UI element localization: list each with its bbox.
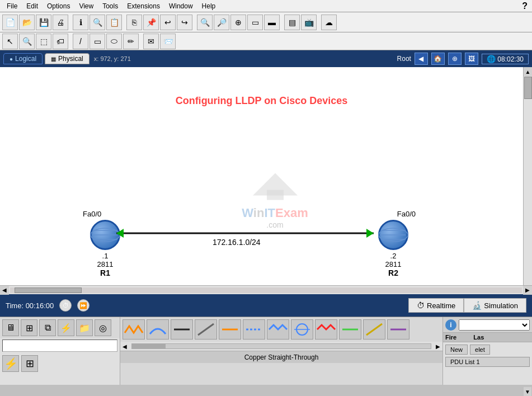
scroll-up-btn[interactable]: ▲ [524, 67, 532, 76]
cable-straight-purple[interactable] [387, 319, 409, 340]
cable-arc-blue[interactable] [147, 319, 169, 340]
pdu-list-btn[interactable]: PDU List 1 [445, 357, 530, 367]
email-btn[interactable]: ✉ [143, 34, 159, 49]
cable-dashed-blue[interactable] [243, 319, 265, 340]
svg-line-22 [366, 324, 382, 335]
rect-btn[interactable]: ▭ [247, 15, 263, 30]
pdu-new-btn[interactable]: New [445, 345, 468, 355]
home-btn[interactable]: 🏠 [431, 53, 445, 65]
r1-model: 2811 [97, 260, 114, 268]
paste-btn[interactable]: 📌 [143, 15, 159, 30]
cable-straight-green[interactable] [339, 319, 361, 340]
watermark-icon [242, 171, 309, 204]
undo-btn[interactable]: ↩ [160, 15, 176, 30]
device-circle-btn[interactable]: ◎ [95, 319, 111, 336]
cable-scroll-right[interactable]: ▶ [434, 342, 442, 351]
device-name-bar [2, 340, 117, 352]
pdu-select[interactable] [459, 319, 530, 331]
open-btn[interactable]: 📂 [19, 15, 35, 30]
tag-btn[interactable]: 🏷 [53, 34, 68, 49]
camera-btn[interactable]: 🖼 [465, 53, 478, 65]
cloud-btn[interactable]: ☁ [321, 15, 337, 30]
tv-btn[interactable]: 📺 [301, 15, 317, 30]
draw-line-btn[interactable]: / [73, 34, 88, 49]
device-folder-btn[interactable]: 📁 [76, 319, 93, 336]
scroll-down-btn[interactable]: ▼ [524, 387, 531, 396]
lightning-device-btn[interactable]: ⚡ [2, 355, 19, 372]
cable-circle-blue[interactable] [291, 319, 313, 340]
envelope-btn[interactable]: 📨 [160, 34, 176, 49]
cable-scrollbar[interactable]: ◀ ▶ [120, 342, 442, 351]
menu-file[interactable]: File [2, 1, 22, 11]
scroll-left-btn[interactable]: ◀ [0, 286, 9, 295]
workspace-coords: x: 972, y: 271 [94, 55, 131, 62]
r2-model: 2811 [385, 260, 402, 268]
print-btn[interactable]: 🖨 [53, 15, 68, 30]
draw-ellipse-btn[interactable]: ⬭ [106, 34, 122, 49]
menu-options[interactable]: Options [43, 1, 74, 11]
realtime-btn[interactable]: ⏱ Realtime [408, 298, 464, 313]
save-btn[interactable]: 💾 [36, 15, 51, 30]
zoom-reset-btn[interactable]: ⊕ [230, 15, 246, 30]
device-switch-btn[interactable]: ⊞ [21, 319, 37, 336]
pdu-info-btn[interactable]: i [445, 319, 456, 331]
h-scroll-track[interactable] [10, 287, 522, 293]
tab-logical[interactable]: ● Logical [3, 53, 43, 64]
zoom-out-btn[interactable]: 🔎 [214, 15, 229, 30]
time-reset-btn[interactable]: ⏱ [59, 299, 72, 312]
time-play-btn[interactable]: ⏩ [77, 299, 90, 312]
menu-edit[interactable]: Edit [22, 1, 43, 11]
cable-zigzag-red[interactable] [315, 319, 337, 340]
cable-scroll-track[interactable] [131, 343, 431, 349]
cable-straight-black[interactable] [171, 319, 193, 340]
select-btn[interactable]: ↖ [2, 34, 18, 49]
device-toolbar: 🖥 ⊞ ⧉ ⚡ 📁 ◎ [0, 317, 120, 338]
cable-diagonal-gray[interactable] [195, 319, 217, 340]
device-computer-btn[interactable]: 🖥 [2, 319, 19, 336]
horizontal-scrollbar[interactable]: ◀ ▶ [0, 285, 532, 294]
device-lightning-btn[interactable]: ⚡ [58, 319, 74, 336]
menu-help[interactable]: Help [197, 1, 220, 11]
vertical-scrollbar[interactable]: ▲ ▼ [523, 67, 532, 285]
draw-rect-btn[interactable]: ▭ [90, 34, 105, 49]
menu-window[interactable]: Window [164, 1, 197, 11]
menu-tools[interactable]: Tools [98, 1, 123, 11]
rect2-btn[interactable]: ▬ [264, 15, 280, 30]
back-btn[interactable]: ◀ [415, 53, 428, 65]
tab-physical[interactable]: ▦ Physical [45, 53, 90, 64]
layout-btn[interactable]: ▤ [284, 15, 300, 30]
scroll-right-btn[interactable]: ▶ [523, 286, 532, 295]
router-r2[interactable]: Fa0/0 .2 2811 R2 [371, 210, 416, 277]
pdu-delete-btn[interactable]: elet [470, 345, 490, 355]
draw-pencil-btn[interactable]: ✏ [123, 34, 139, 49]
device-hub-btn[interactable]: ⧉ [39, 319, 56, 336]
tab-logical-label: Logical [15, 55, 36, 63]
move-btn[interactable]: 🔍 [19, 34, 35, 49]
cable-scroll-left[interactable]: ◀ [120, 342, 129, 351]
grid-device-btn[interactable]: ⊞ [21, 355, 38, 372]
cable-zigzag-orange[interactable] [123, 319, 145, 340]
redo-btn[interactable]: ↪ [177, 15, 192, 30]
note-btn[interactable]: 📋 [106, 15, 122, 30]
cable-zigzag-blue[interactable] [267, 319, 289, 340]
copy-btn[interactable]: ⎘ [126, 15, 142, 30]
zoom-in-btn[interactable]: 🔍 [197, 15, 213, 30]
scroll-thumb[interactable] [524, 77, 532, 99]
pdu-col-fire: Fire [445, 334, 473, 341]
new-btn[interactable]: 📄 [2, 15, 18, 30]
inspect-btn[interactable]: 🔍 [90, 15, 105, 30]
canvas[interactable]: Configuring LLDP on Cisco Devices Fa0/0 … [0, 67, 523, 285]
area-select-btn[interactable]: ⬚ [36, 34, 51, 49]
r2-svg [376, 218, 410, 252]
help-btn[interactable]: ? [522, 1, 528, 11]
info-btn[interactable]: ℹ [73, 15, 88, 30]
forward-btn[interactable]: ⊕ [448, 53, 462, 65]
menu-extensions[interactable]: Extensions [123, 1, 164, 11]
router-r1[interactable]: Fa0/0 .1 2811 R1 [83, 210, 128, 277]
cable-straight-orange[interactable] [219, 319, 241, 340]
menu-view[interactable]: View [74, 1, 98, 11]
cable-scroll-thumb[interactable] [132, 344, 166, 348]
h-scroll-thumb[interactable] [15, 287, 82, 293]
simulation-btn[interactable]: 🔬 Simulation [464, 298, 526, 313]
cable-diagonal-gold[interactable] [363, 319, 385, 340]
